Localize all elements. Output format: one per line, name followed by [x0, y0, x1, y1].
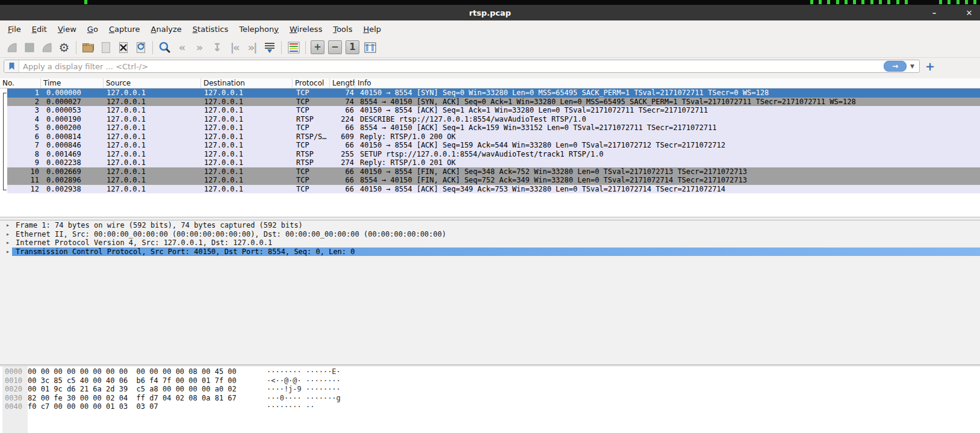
- zoom-in-icon[interactable]: +: [309, 39, 326, 55]
- close-button[interactable]: ✕: [961, 5, 978, 20]
- last-packet-icon[interactable]: »|: [244, 39, 260, 55]
- hex-ascii: ········ ······E·: [267, 367, 341, 376]
- find-packet-icon[interactable]: [157, 39, 173, 55]
- menu-item-statistics[interactable]: Statistics: [187, 25, 234, 34]
- column-header-length[interactable]: Length: [330, 78, 355, 88]
- reload-file-icon[interactable]: [132, 39, 149, 55]
- packet-row[interactable]: 10.000000127.0.0.1127.0.0.1TCP7440150 → …: [7, 89, 980, 98]
- packet-protocol: TCP: [293, 141, 330, 150]
- stop-capture-icon[interactable]: [21, 39, 37, 55]
- packet-protocol: TCP: [293, 89, 330, 98]
- packet-row[interactable]: 110.002896127.0.0.1127.0.0.1TCP668554 → …: [7, 176, 980, 185]
- zoom-original-icon[interactable]: 1: [344, 39, 361, 55]
- restart-capture-icon[interactable]: [39, 39, 55, 55]
- detail-text: Internet Protocol Version 4, Src: 127.0.…: [16, 238, 272, 247]
- menu-item-go[interactable]: Go: [82, 25, 104, 34]
- menu-item-file[interactable]: File: [2, 25, 26, 34]
- packet-row[interactable]: 40.000190127.0.0.1127.0.0.1RTSP224DESCRI…: [7, 115, 980, 124]
- conversation-bracket: [3, 93, 7, 190]
- menu-item-help[interactable]: Help: [358, 25, 386, 34]
- packet-row[interactable]: 120.002938127.0.0.1127.0.0.1TCP6640150 →…: [7, 185, 980, 194]
- column-header-protocol[interactable]: Protocol: [293, 78, 330, 88]
- packet-row[interactable]: 30.000053127.0.0.1127.0.0.1TCP6640150 → …: [7, 106, 980, 115]
- add-filter-button[interactable]: +: [925, 61, 935, 72]
- column-header-info[interactable]: Info: [355, 78, 980, 88]
- hex-offset: 0040: [5, 402, 22, 411]
- expander-triangle-icon[interactable]: ▸: [6, 230, 10, 239]
- packet-row[interactable]: 80.001469127.0.0.1127.0.0.1RTSP255SETUP …: [7, 150, 980, 159]
- detail-row[interactable]: ▸Frame 1: 74 bytes on wire (592 bits), 7…: [0, 221, 980, 230]
- hex-ascii: ···0···· ·······g: [267, 394, 341, 403]
- packet-no: 8: [7, 150, 41, 159]
- menu-item-edit[interactable]: Edit: [26, 25, 52, 34]
- column-header-destination[interactable]: Destination: [201, 78, 293, 88]
- apply-filter-button[interactable]: →: [884, 61, 907, 72]
- terminal-text-tick: [973, 0, 976, 4]
- display-filter-field[interactable]: → ▼: [4, 60, 920, 73]
- toolbar-separator: [305, 41, 306, 54]
- go-to-packet-icon[interactable]: ↧: [209, 39, 225, 55]
- packet-no: 4: [7, 115, 41, 124]
- hex-row[interactable]: 003082 00 fe 30 00 00 02 04 ff d7 04 02 …: [0, 394, 980, 403]
- go-back-icon[interactable]: «: [174, 39, 190, 55]
- filter-bookmark-button[interactable]: [4, 60, 19, 72]
- terminal-text-tick: [947, 0, 951, 4]
- menu-item-view[interactable]: View: [52, 25, 82, 34]
- hex-row[interactable]: 002000 01 9c d6 21 6a 2d 39 c5 a8 00 00 …: [0, 385, 980, 394]
- hex-row[interactable]: 000000 00 00 00 00 00 00 00 00 00 00 00 …: [0, 367, 980, 376]
- detail-row[interactable]: ▸Internet Protocol Version 4, Src: 127.0…: [0, 238, 980, 248]
- go-forward-icon[interactable]: »: [191, 39, 208, 55]
- expander-triangle-icon[interactable]: ▸: [6, 248, 10, 257]
- menu-item-tools[interactable]: Tools: [327, 25, 358, 34]
- filter-dropdown-caret-icon[interactable]: ▼: [910, 63, 914, 69]
- capture-options-icon[interactable]: ⚙: [56, 39, 72, 55]
- packet-info: 8554 → 40150 [FIN, ACK] Seq=752 Ack=349 …: [355, 176, 980, 185]
- open-file-icon[interactable]: [80, 39, 96, 55]
- colorize-icon[interactable]: [285, 39, 302, 55]
- packet-length: 74: [330, 98, 355, 107]
- packet-protocol: TCP: [293, 98, 330, 107]
- hex-row[interactable]: 0040f0 c7 00 00 00 00 01 03 03 07·······…: [0, 402, 980, 411]
- minimize-button[interactable]: –: [926, 5, 943, 20]
- menu-item-capture[interactable]: Capture: [104, 25, 146, 34]
- auto-scroll-icon[interactable]: [261, 39, 278, 55]
- detail-row[interactable]: ▸Ethernet II, Src: 00:00:00_00:00:00 (00…: [0, 230, 980, 239]
- packet-info: 40150 → 8554 [SYN] Seq=0 Win=33280 Len=0…: [355, 89, 980, 98]
- packet-row[interactable]: 60.000814127.0.0.1127.0.0.1RTSP/S…609Rep…: [7, 132, 980, 142]
- expander-triangle-icon[interactable]: ▸: [6, 221, 10, 230]
- column-header-time[interactable]: Time: [41, 78, 104, 88]
- packet-destination: 127.0.0.1: [201, 106, 293, 115]
- detail-row[interactable]: ▸Transmission Control Protocol, Src Port…: [12, 248, 980, 257]
- menu-item-telephony[interactable]: Telephony: [234, 25, 284, 34]
- terminal-text-tick: [879, 0, 882, 4]
- packet-destination: 127.0.0.1: [201, 150, 293, 159]
- packet-destination: 127.0.0.1: [201, 132, 293, 142]
- menu-bar: FileEditViewGoCaptureAnalyzeStatisticsTe…: [0, 20, 980, 37]
- close-file-icon[interactable]: [115, 39, 131, 55]
- first-packet-icon[interactable]: |«: [226, 39, 243, 55]
- main-toolbar: ⚙«»↧|«»|+−1: [0, 37, 980, 58]
- column-header-no[interactable]: No.: [0, 78, 41, 88]
- hex-ascii: ········ ··: [267, 402, 314, 411]
- packet-list: 10.000000127.0.0.1127.0.0.1TCP7440150 → …: [0, 89, 980, 193]
- menu-item-analyze[interactable]: Analyze: [146, 25, 187, 34]
- packet-row[interactable]: 90.002238127.0.0.1127.0.0.1RTSP274Reply:…: [7, 158, 980, 167]
- zoom-out-icon[interactable]: −: [327, 39, 343, 55]
- packet-row[interactable]: 20.000027127.0.0.1127.0.0.1TCP748554 → 4…: [7, 98, 980, 107]
- column-header-source[interactable]: Source: [104, 78, 201, 88]
- start-capture-icon[interactable]: [4, 39, 20, 55]
- toolbar-separator: [281, 41, 282, 54]
- packet-row[interactable]: 50.000200127.0.0.1127.0.0.1TCP668554 → 4…: [7, 123, 980, 132]
- resize-columns-icon[interactable]: [362, 39, 378, 55]
- display-filter-input[interactable]: [19, 62, 884, 71]
- hex-row[interactable]: 001000 3c 85 c5 40 00 40 06 b6 f4 7f 00 …: [0, 376, 980, 385]
- terminal-text-tick: [827, 0, 830, 4]
- packet-no: 1: [7, 89, 41, 98]
- packet-source: 127.0.0.1: [104, 167, 201, 176]
- terminal-text-tick: [819, 0, 822, 4]
- expander-triangle-icon[interactable]: ▸: [6, 238, 10, 248]
- save-file-icon[interactable]: [98, 39, 114, 55]
- packet-row[interactable]: 70.000846127.0.0.1127.0.0.1TCP6640150 → …: [7, 141, 980, 150]
- packet-row[interactable]: 100.002669127.0.0.1127.0.0.1TCP6640150 →…: [7, 167, 980, 176]
- menu-item-wireless[interactable]: Wireless: [284, 25, 327, 34]
